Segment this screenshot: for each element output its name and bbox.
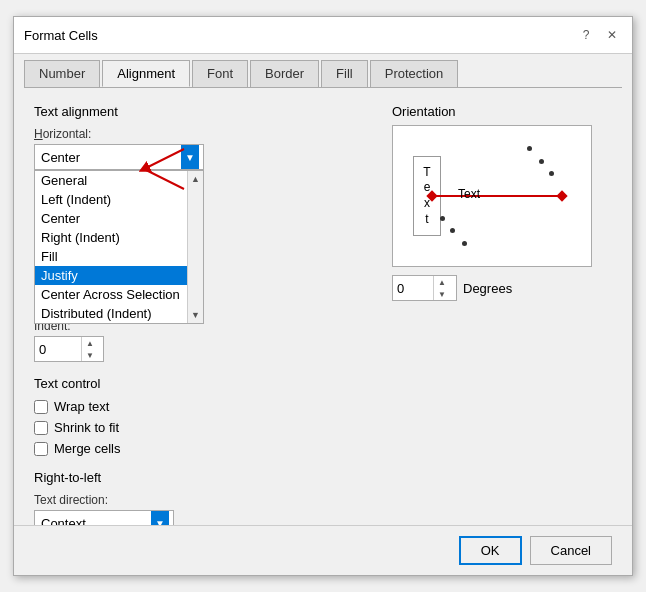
- dot1: [527, 146, 532, 151]
- degrees-label: Degrees: [463, 281, 512, 296]
- degrees-input[interactable]: [393, 276, 433, 300]
- tab-alignment[interactable]: Alignment: [102, 60, 190, 87]
- indent-spinner-buttons: ▲ ▼: [81, 337, 98, 361]
- degrees-up-btn[interactable]: ▲: [434, 276, 450, 288]
- degrees-spinner-buttons: ▲ ▼: [433, 276, 450, 300]
- main-layout: Text alignment Horizontal: Center ▼: [34, 104, 612, 536]
- orientation-panel: T e x t: [392, 125, 592, 267]
- indent-down-btn[interactable]: ▼: [82, 349, 98, 361]
- text-control-section: Text control Wrap text Shrink to fit Mer…: [34, 376, 372, 456]
- vert-t2: t: [425, 212, 428, 228]
- horizontal-dropdown-btn[interactable]: Center ▼: [34, 144, 204, 170]
- orientation-line[interactable]: [432, 195, 562, 197]
- tab-content: Text alignment Horizontal: Center ▼: [14, 88, 632, 552]
- horizontal-dropdown[interactable]: Center ▼ General Left (Indent) Center Ri…: [34, 144, 204, 170]
- tab-protection[interactable]: Protection: [370, 60, 459, 87]
- dot2: [539, 159, 544, 164]
- tab-bar: Number Alignment Font Border Fill Protec…: [14, 54, 632, 87]
- degrees-spinner[interactable]: ▲ ▼: [392, 275, 457, 301]
- dialog-title: Format Cells: [24, 28, 98, 43]
- wrap-text-checkbox[interactable]: [34, 400, 48, 414]
- indent-input[interactable]: [35, 337, 81, 361]
- dot3: [549, 171, 554, 176]
- indent-group: Indent: ▲ ▼: [34, 319, 372, 362]
- dropdown-item-distributed[interactable]: Distributed (Indent): [35, 304, 187, 323]
- horizontal-label-rest: orizontal:: [43, 127, 92, 141]
- left-panel: Text alignment Horizontal: Center ▼: [34, 104, 372, 536]
- cancel-button[interactable]: Cancel: [530, 536, 612, 565]
- scroll-up-arrow[interactable]: ▲: [188, 171, 204, 187]
- merge-cells-checkbox[interactable]: [34, 442, 48, 456]
- tab-font[interactable]: Font: [192, 60, 248, 87]
- vert-t: T: [423, 165, 430, 181]
- dropdown-scrollbar[interactable]: ▲ ▼: [187, 171, 203, 323]
- tab-number[interactable]: Number: [24, 60, 100, 87]
- dropdown-item-center[interactable]: Center: [35, 209, 187, 228]
- close-button[interactable]: ✕: [602, 25, 622, 45]
- dropdown-item-left-indent[interactable]: Left (Indent): [35, 190, 187, 209]
- help-button[interactable]: ?: [576, 25, 596, 45]
- ok-button[interactable]: OK: [459, 536, 522, 565]
- merge-cells-row: Merge cells: [34, 441, 372, 456]
- text-alignment-section-label: Text alignment: [34, 104, 372, 119]
- title-bar-buttons: ? ✕: [576, 25, 622, 45]
- dropdown-item-justify[interactable]: Justify: [35, 266, 187, 285]
- horizontal-group: Horizontal: Center ▼ General Left (Inde: [34, 127, 372, 170]
- right-panel: Orientation T e x t: [392, 104, 612, 536]
- rotate-area[interactable]: Text: [432, 141, 562, 251]
- shrink-to-fit-row: Shrink to fit: [34, 420, 372, 435]
- dropdown-item-right-indent[interactable]: Right (Indent): [35, 228, 187, 247]
- scroll-down-arrow[interactable]: ▼: [188, 307, 204, 323]
- dot5: [450, 228, 455, 233]
- dot4: [462, 241, 467, 246]
- dropdown-item-fill[interactable]: Fill: [35, 247, 187, 266]
- wrap-text-label: Wrap text: [54, 399, 109, 414]
- merge-cells-label: Merge cells: [54, 441, 120, 456]
- tab-fill[interactable]: Fill: [321, 60, 368, 87]
- text-direction-label: Text direction:: [34, 493, 372, 507]
- degrees-row: ▲ ▼ Degrees: [392, 275, 612, 301]
- shrink-to-fit-checkbox[interactable]: [34, 421, 48, 435]
- rtl-section-label: Right-to-left: [34, 470, 372, 485]
- right-diamond[interactable]: [556, 190, 567, 201]
- wrap-text-row: Wrap text: [34, 399, 372, 414]
- shrink-to-fit-label: Shrink to fit: [54, 420, 119, 435]
- text-control-label: Text control: [34, 376, 372, 391]
- rotate-text: Text: [458, 187, 480, 201]
- tab-border[interactable]: Border: [250, 60, 319, 87]
- dialog-footer: OK Cancel: [14, 525, 632, 575]
- dropdown-item-general[interactable]: General: [35, 171, 187, 190]
- horizontal-dropdown-arrow[interactable]: ▼: [181, 145, 199, 169]
- degrees-down-btn[interactable]: ▼: [434, 288, 450, 300]
- dot6: [440, 216, 445, 221]
- horizontal-dropdown-list[interactable]: General Left (Indent) Center Right (Inde…: [34, 170, 204, 324]
- horizontal-label: Horizontal:: [34, 127, 372, 141]
- horizontal-dropdown-value: Center: [41, 150, 80, 165]
- indent-up-btn[interactable]: ▲: [82, 337, 98, 349]
- dropdown-item-center-across[interactable]: Center Across Selection: [35, 285, 187, 304]
- orientation-inner: T e x t: [403, 136, 581, 256]
- horizontal-underline: H: [34, 127, 43, 141]
- format-cells-dialog: Format Cells ? ✕ Number Alignment Font B…: [13, 16, 633, 576]
- title-bar: Format Cells ? ✕: [14, 17, 632, 54]
- orientation-label: Orientation: [392, 104, 612, 119]
- indent-spinner[interactable]: ▲ ▼: [34, 336, 104, 362]
